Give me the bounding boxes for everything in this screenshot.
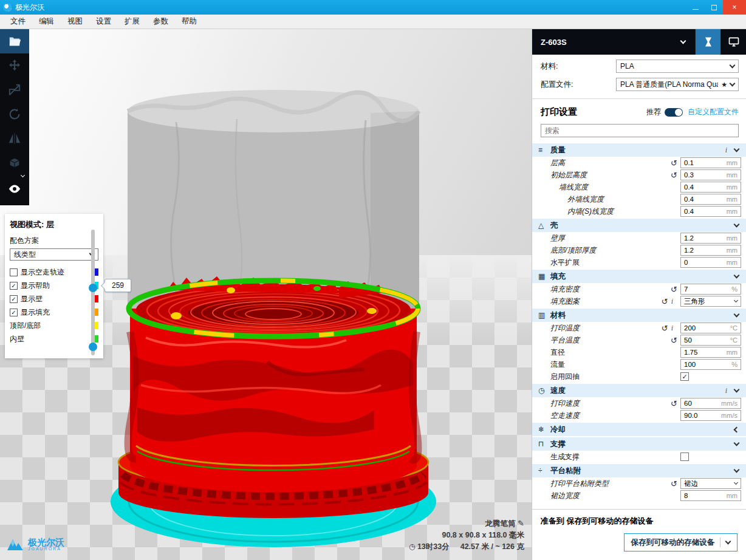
viewport-3d[interactable]: 视图模式: 层 配色方案 线类型 显示空走轨迹✓显示帮助✓显示壁✓显示填充顶部/… xyxy=(0,29,532,560)
move-button[interactable] xyxy=(0,53,29,78)
revert-icon[interactable]: ↺ xyxy=(671,159,677,167)
revert-icon[interactable]: ↺ xyxy=(671,336,677,344)
setting-select[interactable]: 裙边 xyxy=(680,478,741,489)
menu-item-4[interactable]: 扩展 xyxy=(118,15,146,29)
open-file-button[interactable] xyxy=(0,29,29,53)
chevron-down-icon[interactable] xyxy=(680,38,686,44)
maximize-button[interactable] xyxy=(705,0,723,15)
material-select[interactable]: PLA xyxy=(616,60,739,73)
info-icon[interactable]: i xyxy=(725,387,727,394)
category-header-0[interactable]: ≡质量i xyxy=(532,143,746,157)
category-header-22[interactable]: ❄冷却 xyxy=(532,423,746,436)
category-header-19[interactable]: ◷速度i xyxy=(532,384,746,397)
close-button[interactable]: × xyxy=(723,0,746,15)
view-option-4[interactable]: 顶部/底部 xyxy=(10,319,98,332)
color-scheme-select[interactable]: 线类型 xyxy=(10,248,98,261)
menu-item-3[interactable]: 设置 xyxy=(89,15,118,29)
chevron-down-icon[interactable] xyxy=(734,386,740,392)
category-header-23[interactable]: ⊓支撑 xyxy=(532,437,746,451)
profile-row: 配置文件: PLA 普通质量(PLA Norma Qua ★ xyxy=(532,73,746,91)
chevron-down-icon[interactable] xyxy=(734,146,740,152)
preview-tab[interactable] xyxy=(695,29,720,55)
setting-row: 打印平台粘附类型↺裙边 xyxy=(532,477,746,490)
view-option-1[interactable]: ✓显示帮助 xyxy=(10,279,98,292)
setting-input[interactable]: 0.1mm xyxy=(680,157,741,168)
chevron-down-icon[interactable] xyxy=(734,272,740,278)
minimize-button[interactable] xyxy=(686,0,705,15)
revert-icon[interactable]: ↺ xyxy=(662,298,668,306)
info-icon[interactable]: i xyxy=(671,298,673,305)
view-option-3[interactable]: ✓显示填充 xyxy=(10,306,98,319)
setting-input[interactable]: 7% xyxy=(680,284,741,295)
setting-input[interactable]: 0.4mm xyxy=(680,206,741,217)
save-button[interactable]: 保存到可移动的存储设备 xyxy=(624,533,738,551)
scale-button[interactable] xyxy=(0,78,29,102)
blocker-button[interactable] xyxy=(0,151,29,175)
view-mode-button[interactable] xyxy=(0,175,29,203)
setting-checkbox[interactable] xyxy=(680,452,689,461)
edit-name-icon[interactable]: ✎ xyxy=(518,519,524,528)
revert-icon[interactable]: ↺ xyxy=(671,285,677,293)
setting-input[interactable]: 100% xyxy=(680,359,741,370)
view-option-5[interactable]: 内壁 xyxy=(10,332,98,346)
category-header-25[interactable]: ÷平台粘附 xyxy=(532,464,746,477)
setting-value: 200 xyxy=(684,324,728,332)
menu-item-2[interactable]: 视图 xyxy=(61,15,89,29)
revert-icon[interactable]: ↺ xyxy=(662,324,668,332)
setting-input[interactable]: 50°C xyxy=(680,335,741,346)
setting-input[interactable]: 90.0mm/s xyxy=(680,410,741,421)
revert-icon[interactable]: ↺ xyxy=(671,480,677,488)
checkbox[interactable]: ✓ xyxy=(10,309,18,316)
setting-input[interactable]: 1.2mm xyxy=(680,233,741,244)
menu-item-0[interactable]: 文件 xyxy=(4,15,32,29)
layer-slider-lower-handle[interactable] xyxy=(89,343,97,351)
custom-profile-link[interactable]: 自定义配置文件 xyxy=(688,107,739,117)
profile-select[interactable]: PLA 普通质量(PLA Norma Qua ★ xyxy=(616,78,739,91)
monitor-tab[interactable] xyxy=(720,29,746,55)
rotate-button[interactable] xyxy=(0,102,29,126)
setting-input[interactable]: 0mm xyxy=(680,257,741,268)
setting-input[interactable]: 200°C xyxy=(680,323,741,333)
view-option-label: 内壁 xyxy=(10,334,88,344)
mirror-button[interactable] xyxy=(0,126,29,151)
menu-item-6[interactable]: 帮助 xyxy=(175,15,204,29)
view-option-0[interactable]: 显示空走轨迹 xyxy=(10,265,98,279)
category-header-13[interactable]: ▥材料 xyxy=(532,309,746,322)
chevron-down-icon[interactable] xyxy=(734,221,740,227)
layer-slider[interactable] xyxy=(91,230,95,355)
layer-slider-upper-handle[interactable] xyxy=(89,284,97,292)
setting-unit: % xyxy=(731,361,737,368)
printer-select[interactable]: Z-603S xyxy=(532,38,681,47)
setting-input[interactable]: 0.4mm xyxy=(680,182,741,193)
setting-checkbox[interactable]: ✓ xyxy=(680,372,689,381)
setting-select[interactable]: 三角形 xyxy=(680,296,741,307)
menu-item-5[interactable]: 参数 xyxy=(146,15,175,29)
setting-label: 启用回抽 xyxy=(550,372,580,382)
chevron-down-icon[interactable] xyxy=(734,466,740,473)
setting-input[interactable]: 60mm/s xyxy=(680,398,741,409)
view-option-2[interactable]: ✓显示壁 xyxy=(10,292,98,306)
model-3d[interactable] xyxy=(85,77,462,560)
chevron-left-icon[interactable] xyxy=(734,426,740,432)
setting-input[interactable]: 8mm xyxy=(680,490,741,501)
checkbox[interactable] xyxy=(10,268,18,276)
setting-input[interactable]: 1.2mm xyxy=(680,245,741,256)
recommended-toggle[interactable] xyxy=(665,108,683,117)
revert-icon[interactable]: ↺ xyxy=(671,400,677,408)
setting-input[interactable]: 0.3mm xyxy=(680,169,741,180)
setting-input[interactable]: 0.4mm xyxy=(680,194,741,205)
rotate-icon xyxy=(8,108,21,121)
info-icon[interactable]: i xyxy=(725,146,727,154)
view-panel-title: 视图模式: 层 xyxy=(10,219,98,230)
info-icon[interactable]: i xyxy=(671,324,673,332)
menu-item-1[interactable]: 编辑 xyxy=(32,15,61,29)
setting-input[interactable]: 1.75mm xyxy=(680,347,741,358)
search-input[interactable] xyxy=(541,126,738,135)
checkbox[interactable]: ✓ xyxy=(10,295,18,303)
chevron-down-icon[interactable] xyxy=(734,311,740,317)
revert-icon[interactable]: ↺ xyxy=(671,171,677,179)
category-header-10[interactable]: ▦填充 xyxy=(532,270,746,283)
chevron-down-icon[interactable] xyxy=(734,440,740,446)
category-header-6[interactable]: △壳 xyxy=(532,219,746,232)
checkbox[interactable]: ✓ xyxy=(10,282,18,290)
